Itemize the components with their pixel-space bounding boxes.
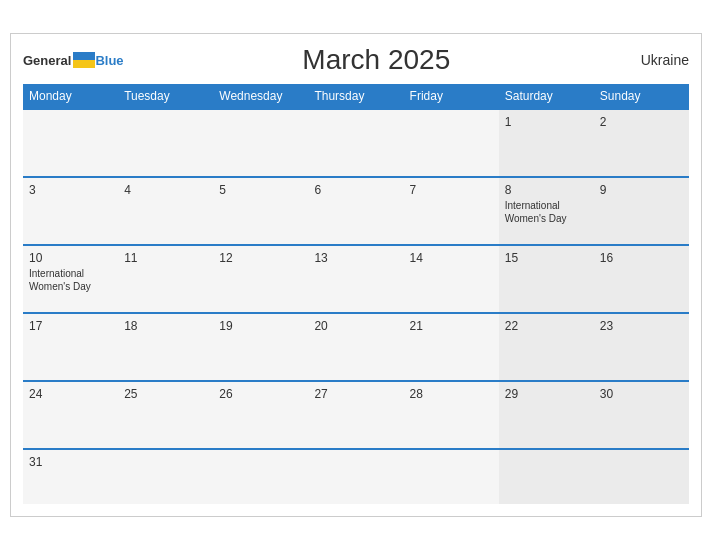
day-cell (118, 109, 213, 177)
day-cell: 11 (118, 245, 213, 313)
day-cell: 26 (213, 381, 308, 449)
day-cell (118, 449, 213, 504)
day-cell: 12 (213, 245, 308, 313)
day-number: 12 (219, 251, 302, 265)
svg-rect-1 (73, 60, 95, 68)
day-cell: 17 (23, 313, 118, 381)
calendar-grid: MondayTuesdayWednesdayThursdayFridaySatu… (23, 84, 689, 504)
day-cell: 6 (308, 177, 403, 245)
day-cell: 10International Women's Day (23, 245, 118, 313)
day-number: 3 (29, 183, 112, 197)
weekday-header-row: MondayTuesdayWednesdayThursdayFridaySatu… (23, 84, 689, 109)
day-number: 11 (124, 251, 207, 265)
weekday-header-thursday: Thursday (308, 84, 403, 109)
weekday-header-sunday: Sunday (594, 84, 689, 109)
holiday-label: International Women's Day (29, 267, 112, 293)
day-cell: 15 (499, 245, 594, 313)
day-number: 7 (410, 183, 493, 197)
day-cell: 5 (213, 177, 308, 245)
day-cell: 2 (594, 109, 689, 177)
logo: General Blue (23, 52, 124, 68)
day-number: 21 (410, 319, 493, 333)
day-cell: 13 (308, 245, 403, 313)
day-cell (404, 449, 499, 504)
day-cell (213, 449, 308, 504)
month-title: March 2025 (124, 44, 629, 76)
day-cell: 1 (499, 109, 594, 177)
logo-general-text: General (23, 53, 71, 68)
day-number: 19 (219, 319, 302, 333)
day-number: 28 (410, 387, 493, 401)
day-cell (308, 449, 403, 504)
week-row-0: 12 (23, 109, 689, 177)
day-cell: 4 (118, 177, 213, 245)
day-cell: 8International Women's Day (499, 177, 594, 245)
week-row-1: 345678International Women's Day9 (23, 177, 689, 245)
day-number: 15 (505, 251, 588, 265)
logo-blue-text: Blue (95, 53, 123, 68)
day-cell: 14 (404, 245, 499, 313)
week-row-4: 24252627282930 (23, 381, 689, 449)
day-number: 14 (410, 251, 493, 265)
day-number: 23 (600, 319, 683, 333)
logo-flag-icon (73, 52, 95, 68)
day-number: 13 (314, 251, 397, 265)
week-row-3: 17181920212223 (23, 313, 689, 381)
day-number: 30 (600, 387, 683, 401)
weekday-header-saturday: Saturday (499, 84, 594, 109)
svg-rect-0 (73, 52, 95, 60)
day-cell: 28 (404, 381, 499, 449)
day-cell: 31 (23, 449, 118, 504)
day-cell: 7 (404, 177, 499, 245)
day-cell (499, 449, 594, 504)
day-number: 9 (600, 183, 683, 197)
day-cell: 21 (404, 313, 499, 381)
day-number: 18 (124, 319, 207, 333)
country-label: Ukraine (629, 52, 689, 68)
day-cell: 18 (118, 313, 213, 381)
day-cell: 27 (308, 381, 403, 449)
day-number: 1 (505, 115, 588, 129)
day-cell: 29 (499, 381, 594, 449)
day-number: 27 (314, 387, 397, 401)
day-number: 22 (505, 319, 588, 333)
day-cell: 19 (213, 313, 308, 381)
calendar-header: General Blue March 2025 Ukraine (23, 44, 689, 76)
day-number: 17 (29, 319, 112, 333)
day-cell (23, 109, 118, 177)
day-number: 20 (314, 319, 397, 333)
day-number: 2 (600, 115, 683, 129)
day-cell (404, 109, 499, 177)
day-number: 8 (505, 183, 588, 197)
weekday-header-friday: Friday (404, 84, 499, 109)
day-cell: 24 (23, 381, 118, 449)
day-number: 10 (29, 251, 112, 265)
day-cell: 23 (594, 313, 689, 381)
day-cell: 22 (499, 313, 594, 381)
day-number: 4 (124, 183, 207, 197)
day-cell: 16 (594, 245, 689, 313)
day-number: 6 (314, 183, 397, 197)
day-cell: 25 (118, 381, 213, 449)
day-cell: 9 (594, 177, 689, 245)
calendar-container: General Blue March 2025 Ukraine MondayTu… (10, 33, 702, 517)
day-cell (594, 449, 689, 504)
day-number: 24 (29, 387, 112, 401)
holiday-label: International Women's Day (505, 199, 588, 225)
week-row-5: 31 (23, 449, 689, 504)
weekday-header-tuesday: Tuesday (118, 84, 213, 109)
weekday-header-wednesday: Wednesday (213, 84, 308, 109)
weekday-header-monday: Monday (23, 84, 118, 109)
day-number: 26 (219, 387, 302, 401)
day-number: 29 (505, 387, 588, 401)
day-cell (213, 109, 308, 177)
day-number: 5 (219, 183, 302, 197)
day-number: 25 (124, 387, 207, 401)
week-row-2: 10International Women's Day111213141516 (23, 245, 689, 313)
day-cell (308, 109, 403, 177)
day-cell: 30 (594, 381, 689, 449)
day-number: 16 (600, 251, 683, 265)
day-cell: 20 (308, 313, 403, 381)
day-cell: 3 (23, 177, 118, 245)
day-number: 31 (29, 455, 112, 469)
